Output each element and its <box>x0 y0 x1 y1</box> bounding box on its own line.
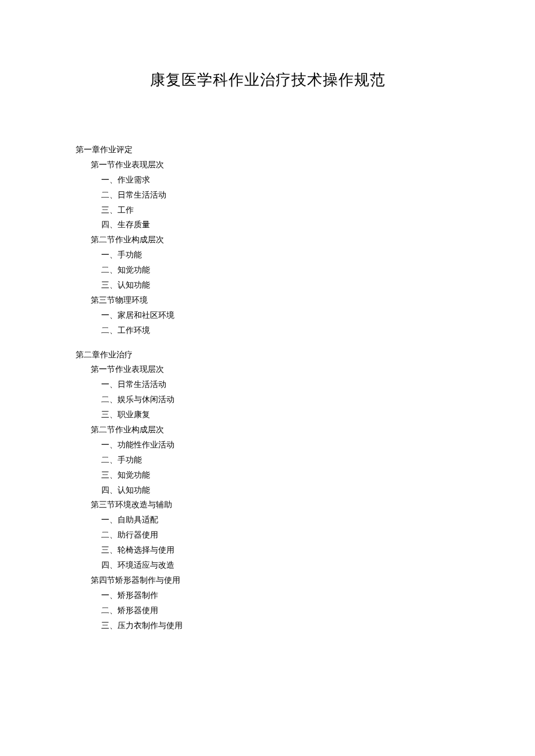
toc-label: 三、职业康复 <box>101 407 150 422</box>
toc-gap <box>76 338 459 347</box>
toc-leader-dots <box>159 529 458 538</box>
toc-entry: 第三节物理环境 <box>76 293 459 308</box>
toc-label: 一、自助具适配 <box>101 513 158 528</box>
toc-entry: 第四节矫形器制作与使用 <box>76 573 459 588</box>
toc-leader-dots <box>176 394 458 402</box>
toc-entry: 一、功能性作业活动 <box>76 438 459 453</box>
toc-leader-dots <box>167 189 458 198</box>
toc-label: 第三节环境改造与辅助 <box>91 497 172 513</box>
toc-label: 三、知觉功能 <box>101 468 150 483</box>
toc-leader-dots <box>151 219 458 227</box>
toc-label: 一、家居和社区环境 <box>101 308 174 323</box>
toc-entry: 三、知觉功能 <box>76 468 459 483</box>
toc-leader-dots <box>151 485 458 493</box>
toc-leader-dots <box>151 174 458 182</box>
toc-label: 四、环境适应与改造 <box>101 558 174 573</box>
toc-leader-dots <box>149 295 458 303</box>
toc-leader-dots <box>135 205 458 213</box>
toc-label: 二、娱乐与休闲活动 <box>101 392 174 407</box>
toc-label: 一、功能性作业活动 <box>101 438 174 453</box>
toc-label: 二、工作环境 <box>101 323 150 338</box>
toc-label: 第三节物理环境 <box>91 293 148 308</box>
toc-entry: 四、认知功能 <box>76 483 459 498</box>
toc-entry: 三、认知功能 <box>76 278 459 293</box>
toc-leader-dots <box>176 310 458 318</box>
toc-leader-dots <box>176 544 458 553</box>
toc-entry: 三、职业康复 <box>76 407 459 422</box>
toc-entry: 二、助行器使用 <box>76 528 459 543</box>
table-of-contents: 第一章作业评定第一节作业表现层次一、作业需求二、日常生活活动三、工作四、生存质量… <box>76 142 459 633</box>
toc-entry: 二、知觉功能 <box>76 263 459 278</box>
toc-leader-dots <box>134 349 458 357</box>
toc-entry: 二、日常生活活动 <box>76 188 459 203</box>
toc-entry: 二、矫形器使用 <box>76 603 459 618</box>
toc-label: 三、工作 <box>101 203 134 218</box>
toc-entry: 第二章作业治疗 <box>76 347 459 363</box>
toc-label: 二、助行器使用 <box>101 528 158 543</box>
toc-leader-dots <box>159 590 458 598</box>
toc-label: 第二节作业构成层次 <box>91 422 164 438</box>
toc-label: 第一节作业表现层次 <box>91 157 164 173</box>
toc-entry: 二、娱乐与休闲活动 <box>76 392 459 407</box>
toc-label: 三、压力衣制作与使用 <box>101 618 183 633</box>
toc-leader-dots <box>143 249 458 257</box>
toc-leader-dots <box>173 499 458 507</box>
toc-entry: 四、环境适应与改造 <box>76 558 459 573</box>
toc-entry: 三、轮椅选择与使用 <box>76 543 459 558</box>
toc-entry: 第二节作业构成层次 <box>76 232 459 248</box>
toc-leader-dots <box>176 560 458 568</box>
toc-label: 三、轮椅选择与使用 <box>101 543 174 558</box>
toc-label: 二、手功能 <box>101 453 142 468</box>
toc-leader-dots <box>151 325 458 333</box>
toc-entry: 三、压力衣制作与使用 <box>76 618 459 633</box>
toc-label: 第一章作业评定 <box>76 142 133 157</box>
toc-leader-dots <box>167 379 458 387</box>
toc-leader-dots <box>159 605 458 613</box>
toc-label: 一、手功能 <box>101 248 142 263</box>
toc-label: 一、矫形器制作 <box>101 588 158 603</box>
toc-label: 一、作业需求 <box>101 173 150 188</box>
toc-label: 二、知觉功能 <box>101 263 150 278</box>
toc-leader-dots <box>159 514 458 522</box>
toc-label: 一、日常生活活动 <box>101 377 166 392</box>
toc-label: 第四节矫形器制作与使用 <box>91 573 180 588</box>
toc-entry: 三、工作 <box>76 203 459 218</box>
toc-entry: 第一节作业表现层次 <box>76 157 459 173</box>
toc-label: 二、矫形器使用 <box>101 603 158 618</box>
toc-label: 二、日常生活活动 <box>101 188 166 203</box>
page-title: 康复医学科作业治疗技术操作规范 <box>76 70 459 90</box>
toc-leader-dots <box>151 264 458 273</box>
toc-label: 第二节作业构成层次 <box>91 232 164 248</box>
toc-label: 第一节作业表现层次 <box>91 362 164 377</box>
toc-entry: 第二节作业构成层次 <box>76 422 459 438</box>
toc-entry: 二、工作环境 <box>76 323 459 338</box>
toc-entry: 一、家居和社区环境 <box>76 308 459 323</box>
toc-leader-dots <box>176 439 458 447</box>
toc-entry: 第一节作业表现层次 <box>76 362 459 377</box>
toc-leader-dots <box>165 364 458 372</box>
toc-entry: 第三节环境改造与辅助 <box>76 497 459 513</box>
toc-label: 四、认知功能 <box>101 483 150 498</box>
toc-leader-dots <box>165 424 458 432</box>
toc-leader-dots <box>134 144 458 152</box>
toc-entry: 第一章作业评定 <box>76 142 459 157</box>
toc-leader-dots <box>181 575 458 583</box>
toc-leader-dots <box>151 409 458 417</box>
toc-entry: 二、手功能 <box>76 453 459 468</box>
toc-entry: 一、矫形器制作 <box>76 588 459 603</box>
toc-entry: 四、生存质量 <box>76 217 459 232</box>
toc-leader-dots <box>143 454 458 463</box>
toc-entry: 一、日常生活活动 <box>76 377 459 392</box>
toc-leader-dots <box>184 620 458 628</box>
toc-leader-dots <box>151 280 458 288</box>
toc-leader-dots <box>165 234 458 242</box>
toc-label: 四、生存质量 <box>101 217 150 232</box>
toc-entry: 一、手功能 <box>76 248 459 263</box>
toc-entry: 一、自助具适配 <box>76 513 459 528</box>
toc-leader-dots <box>151 470 458 478</box>
toc-entry: 一、作业需求 <box>76 173 459 188</box>
toc-label: 三、认知功能 <box>101 278 150 293</box>
toc-leader-dots <box>165 159 458 167</box>
toc-label: 第二章作业治疗 <box>76 347 133 363</box>
